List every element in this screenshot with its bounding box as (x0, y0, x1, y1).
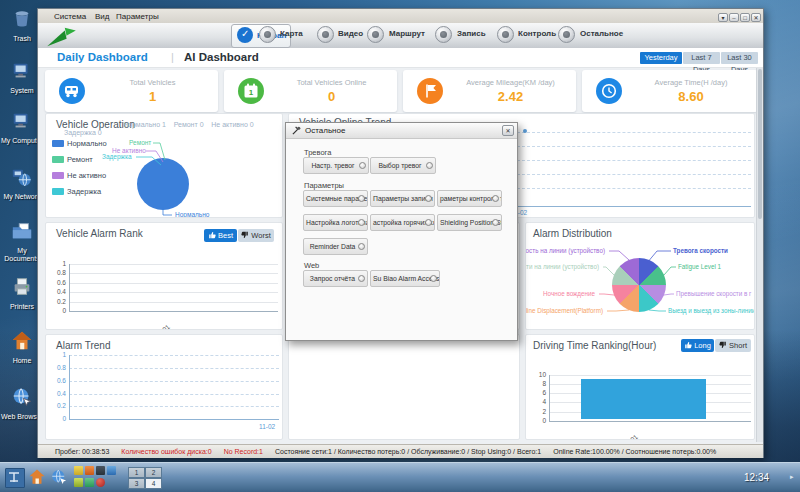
workspace-4[interactable]: 4 (145, 478, 162, 489)
workspace-3[interactable]: 3 (128, 478, 145, 489)
subiao-alarm-accessory-button[interactable]: Su Biao Alarm Accessory (370, 270, 440, 287)
worst-button[interactable]: Worst (238, 229, 274, 242)
workspace-2[interactable]: 2 (145, 467, 162, 478)
logo-settings-button[interactable]: Настройка логотипа (303, 214, 368, 231)
kanban-icon: ✓ (237, 27, 253, 43)
filter-last-30-days[interactable]: Last 30 Days (721, 52, 758, 64)
pie-callout-label: Ремонт (129, 139, 151, 146)
hotkey-settings-button[interactable]: астройка горячих клавиш (370, 214, 435, 231)
tab-ai-dashboard[interactable]: AI Dashboard (184, 51, 259, 63)
computer-icon (11, 60, 33, 82)
y-tick: 0 (528, 417, 546, 424)
content-scrollbar[interactable] (756, 68, 763, 442)
misc-dialog: Остальное ✕ Тревога Настр. тревог Выбор … (285, 122, 518, 341)
panel-hidden-middle-2 (288, 334, 520, 440)
trash-icon (11, 8, 33, 30)
y-tick: 0.8 (48, 364, 66, 371)
shielding-position-button[interactable]: Shielding Position State (437, 214, 502, 231)
report-request-button[interactable]: Запрос отчёта (303, 270, 368, 287)
workspace-1[interactable]: 1 (128, 467, 145, 478)
window-shade-button[interactable]: ▾ (718, 13, 728, 22)
reminder-data-button[interactable]: Reminder Data (303, 238, 368, 255)
card-label: Total Vehicles (93, 78, 212, 87)
status-online-rate: Online Rate:100.00% / Соотношение потерь… (553, 448, 716, 455)
card-total-vehicles: Total Vehicles 1 (45, 70, 218, 112)
taskbar: 1 2 3 4 12:34 ▸ (0, 462, 800, 492)
quick-launch-icon[interactable] (85, 478, 94, 487)
fuel-control-params-button[interactable]: раметры контроля топли (437, 190, 502, 207)
window-maximize-button[interactable]: □ (740, 13, 750, 22)
toolbar-map-button[interactable]: Карта (280, 29, 303, 38)
toolbar-route-button[interactable]: Маршрут (389, 29, 425, 38)
thumbs-down-icon (241, 231, 249, 239)
control-icon[interactable] (497, 26, 514, 43)
x-tick: 11-02 (259, 423, 275, 430)
taskbar-app-icon[interactable] (5, 468, 25, 488)
system-params-button[interactable]: Системные параметры (303, 190, 368, 207)
button-badge-icon (425, 219, 432, 226)
pie-label: Превышение скорости в г (676, 290, 751, 297)
button-badge-icon (358, 243, 365, 250)
button-badge-icon (358, 275, 365, 282)
app-logo-arrow-icon (44, 24, 80, 48)
thumbs-up-icon (208, 231, 216, 239)
status-network: Состояние сети:1 / Количество потерь:0 /… (275, 448, 541, 455)
dialog-title-bar[interactable]: Остальное ✕ (286, 123, 517, 139)
map-icon[interactable] (259, 26, 276, 43)
record-params-button[interactable]: Параметры записи (370, 190, 435, 207)
window-close-button[interactable]: ✕ (751, 13, 761, 22)
y-tick: 0.8 (48, 269, 66, 276)
dialog-close-button[interactable]: ✕ (502, 125, 514, 136)
menu-system[interactable]: Система (54, 12, 86, 21)
y-tick: 0.6 (48, 279, 66, 286)
toolbar-record-button[interactable]: Запись (457, 29, 486, 38)
scrollbar-thumb[interactable] (758, 69, 762, 219)
filter-yesterday[interactable]: Yesterday (640, 52, 682, 64)
browser-icon (11, 386, 33, 408)
quick-launch-icon[interactable] (74, 466, 83, 475)
y-tick: 0.4 (48, 288, 66, 295)
record-icon[interactable] (435, 26, 452, 43)
taskbar-clock: 12:34 (744, 472, 769, 483)
misc-icon[interactable] (558, 26, 575, 43)
taskbar-home-icon[interactable] (28, 468, 46, 486)
toolbar-misc-button[interactable]: Остальное (580, 29, 623, 38)
quick-launch-icon[interactable] (96, 478, 105, 487)
short-button[interactable]: Short (715, 339, 751, 352)
panel-title: Vehicle Alarm Rank (56, 228, 143, 239)
menu-parameters[interactable]: Параметры (116, 12, 159, 21)
window-minimize-button[interactable]: – (729, 13, 739, 22)
taskbar-browser-icon[interactable] (50, 468, 68, 486)
panel-vehicle-operation: Vehicle Operation Нормально 1 Ремонт 0 Н… (45, 113, 283, 218)
route-icon[interactable] (367, 26, 384, 43)
panel-driving-time-ranking: Driving Time Ranking(Hour) Long Short 10… (525, 334, 755, 440)
panel-vehicle-alarm-rank: Vehicle Alarm Rank Best Worst 1 0.8 0.6 … (45, 222, 283, 330)
quick-launch-icon[interactable] (74, 478, 83, 487)
button-badge-icon (430, 275, 437, 282)
card-value: 8.60 (630, 89, 752, 104)
toolbar-control-button[interactable]: Контроль (518, 29, 556, 38)
alarm-select-button[interactable]: Выбор тревог (370, 157, 436, 174)
pie-callout-label: Задержка (102, 153, 132, 160)
pie-label: Fatigue Level 1 (678, 263, 721, 270)
pie-label: Тревога скорости (673, 247, 728, 254)
menu-view[interactable]: Вид (95, 12, 109, 21)
toolbar-video-button[interactable]: Видео (338, 29, 363, 38)
alarm-settings-button[interactable]: Настр. тревог (303, 157, 369, 174)
tray-expand-arrow-icon[interactable]: ▸ (790, 473, 794, 481)
best-button[interactable]: Best (204, 229, 237, 242)
filter-last-7-days[interactable]: Last 7 Days (683, 52, 720, 64)
tab-daily-dashboard[interactable]: Daily Dashboard (57, 51, 148, 63)
video-icon[interactable] (317, 26, 334, 43)
status-no-record: No Record:1 (224, 448, 263, 455)
dialog-section-label: Параметры (304, 181, 344, 190)
quick-launch-icon[interactable] (85, 466, 94, 475)
long-button[interactable]: Long (681, 339, 714, 352)
card-label: Total Vehicles Online (272, 78, 391, 87)
toolbar: ✓ Kanban Карта Видео Маршрут Запись Конт… (38, 23, 763, 49)
quick-launch-icon[interactable] (107, 466, 116, 475)
quick-launch-icon[interactable] (96, 466, 105, 475)
svg-text:1: 1 (249, 88, 254, 97)
button-badge-icon (358, 219, 365, 226)
y-tick: 6 (528, 389, 546, 396)
